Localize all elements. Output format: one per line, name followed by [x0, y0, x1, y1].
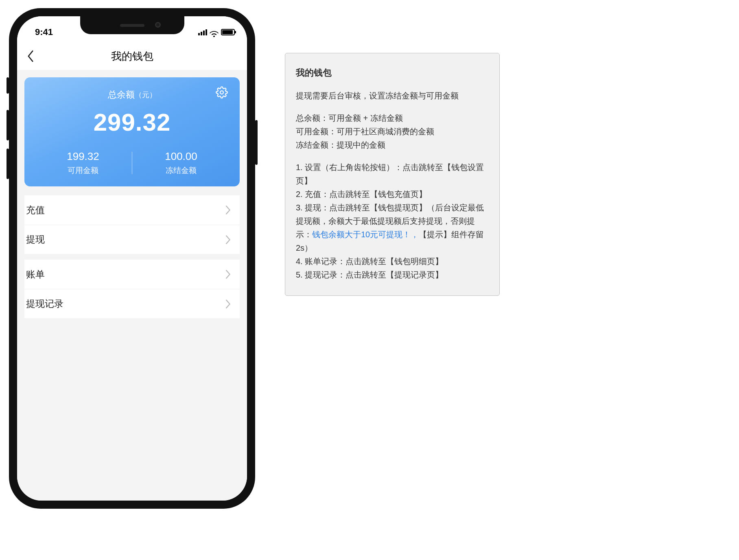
phone-notch — [80, 16, 184, 34]
chevron-right-icon — [226, 300, 231, 308]
phone-frame: 9:41 我的钱包 — [9, 8, 255, 509]
chevron-right-icon — [226, 206, 231, 214]
action-list-1: 充值 提现 — [24, 195, 240, 254]
annotation-def-2: 可用金额：可用于社区商城消费的金额 — [296, 125, 489, 138]
phone-side-button — [7, 77, 9, 94]
annotation-item-4: 4. 账单记录：点击跳转至【钱包明细页】 — [296, 255, 489, 268]
gear-icon — [216, 86, 228, 101]
nav-bar: 我的钱包 — [17, 42, 247, 70]
frozen-balance-label: 冻结金额 — [132, 165, 230, 176]
phone-side-button — [7, 110, 9, 140]
svg-point-0 — [220, 91, 223, 94]
action-list-2: 账单 提现记录 — [24, 260, 240, 318]
page-title: 我的钱包 — [111, 49, 153, 63]
status-indicators — [198, 29, 235, 35]
annotation-list: 1. 设置（右上角齿轮按钮）：点击跳转至【钱包设置页】 2. 充值：点击跳转至【… — [296, 161, 489, 282]
back-button[interactable] — [24, 50, 37, 62]
annotation-def-3: 冻结金额：提现中的金额 — [296, 138, 489, 152]
annotation-item-3-link: 钱包余额大于10元可提现！， — [312, 230, 419, 239]
phone-side-button — [7, 149, 9, 179]
wifi-icon — [210, 29, 219, 35]
available-balance-label: 可用金额 — [34, 165, 132, 176]
annotation-intro: 提现需要后台审核，设置冻结金额与可用金额 — [296, 89, 489, 103]
chevron-right-icon — [226, 235, 231, 244]
phone-camera — [155, 22, 161, 28]
balance-unit: （元） — [135, 90, 157, 100]
withdraw-label: 提现 — [26, 233, 45, 246]
bill-label: 账单 — [26, 268, 45, 281]
signal-icon — [198, 29, 207, 35]
annotation-panel: 我的钱包 提现需要后台审核，设置冻结金额与可用金额 总余额：可用金额 + 冻结金… — [285, 53, 500, 296]
battery-icon — [221, 29, 235, 35]
phone-speaker — [120, 24, 144, 27]
recharge-row[interactable]: 充值 — [24, 195, 240, 225]
screen-body: 总余额 （元） 299.32 — [17, 70, 247, 501]
annotation-def-1: 总余额：可用金额 + 冻结金额 — [296, 112, 489, 125]
total-balance: 299.32 — [34, 108, 230, 136]
phone-screen: 9:41 我的钱包 — [17, 16, 247, 501]
withdraw-log-label: 提现记录 — [26, 298, 63, 310]
frozen-balance-block: 100.00 冻结金额 — [132, 150, 230, 176]
recharge-label: 充值 — [26, 204, 45, 217]
available-balance-value: 199.32 — [34, 150, 132, 163]
withdraw-row[interactable]: 提现 — [24, 225, 240, 254]
annotation-item-2: 2. 充值：点击跳转至【钱包充值页】 — [296, 188, 489, 201]
settings-button[interactable] — [215, 87, 228, 100]
chevron-right-icon — [226, 270, 231, 279]
balance-card: 总余额 （元） 299.32 — [24, 77, 240, 186]
phone-mockup: 9:41 我的钱包 — [9, 8, 255, 509]
annotation-item-5: 5. 提现记录：点击跳转至【提现记录页】 — [296, 268, 489, 282]
frozen-balance-value: 100.00 — [132, 150, 230, 163]
status-time: 9:41 — [35, 27, 53, 37]
annotation-item-3: 3. 提现：点击跳转至【钱包提现页】（后台设定最低提现额，余额大于最低提现额后支… — [296, 201, 489, 255]
phone-side-button — [255, 120, 258, 165]
annotation-title: 我的钱包 — [296, 66, 489, 80]
bill-row[interactable]: 账单 — [24, 260, 240, 289]
annotation-defs: 总余额：可用金额 + 冻结金额 可用金额：可用于社区商城消费的金额 冻结金额：提… — [296, 112, 489, 152]
annotation-item-1: 1. 设置（右上角齿轮按钮）：点击跳转至【钱包设置页】 — [296, 161, 489, 188]
available-balance-block: 199.32 可用金额 — [34, 150, 132, 176]
withdraw-log-row[interactable]: 提现记录 — [24, 289, 240, 318]
balance-title: 总余额 — [108, 89, 135, 101]
